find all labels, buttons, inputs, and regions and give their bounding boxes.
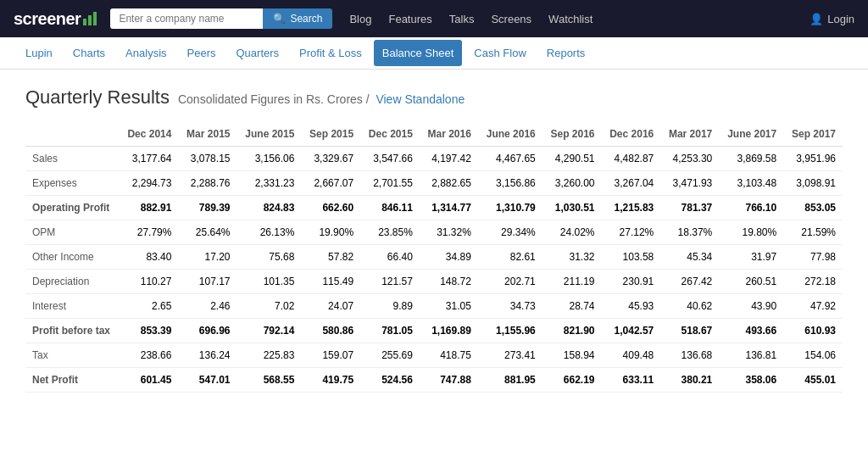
cell-value: 419.75 <box>301 368 360 393</box>
cell-value: 662.19 <box>542 368 602 393</box>
cell-value: 21.59% <box>783 220 843 245</box>
subnav-profit-loss[interactable]: Profit & Loss <box>291 40 370 66</box>
cell-value: 409.48 <box>602 343 661 368</box>
cell-value: 47.92 <box>783 294 843 319</box>
cell-value: 2.65 <box>120 294 179 319</box>
cell-value: 493.66 <box>719 319 783 343</box>
logo-text: screener <box>14 9 81 29</box>
cell-value: 24.02% <box>542 220 602 245</box>
col-header-dec2016: Dec 2016 <box>602 122 661 147</box>
cell-value: 792.14 <box>236 319 301 343</box>
cell-value: 418.75 <box>420 343 478 368</box>
nav-watchlist[interactable]: Watchlist <box>548 13 593 25</box>
cell-value: 1,314.77 <box>420 196 478 220</box>
subnav-lupin[interactable]: Lupin <box>17 40 61 66</box>
cell-value: 136.24 <box>178 343 236 368</box>
row-label: Profit before tax <box>25 319 120 343</box>
search-icon: 🔍 <box>273 13 286 25</box>
cell-value: 115.49 <box>301 270 360 294</box>
cell-value: 66.40 <box>360 245 420 270</box>
subnav-cash-flow[interactable]: Cash Flow <box>465 40 534 66</box>
subnav-charts[interactable]: Charts <box>64 40 114 66</box>
cell-value: 2,294.73 <box>120 171 179 196</box>
subnav-reports[interactable]: Reports <box>538 40 594 66</box>
col-header-mar2015: Mar 2015 <box>178 122 236 147</box>
cell-value: 45.93 <box>602 294 661 319</box>
cell-value: 821.90 <box>542 319 602 343</box>
table-row: Net Profit601.45547.01568.55419.75524.56… <box>25 368 843 393</box>
section-title: Quarterly Results Consolidated Figures i… <box>25 86 843 109</box>
subnav-analysis[interactable]: Analysis <box>117 40 175 66</box>
search-box: 🔍 Search <box>110 8 332 29</box>
cell-value: 3,260.00 <box>542 171 602 196</box>
cell-value: 781.05 <box>360 319 420 343</box>
cell-value: 31.05 <box>420 294 478 319</box>
cell-value: 881.95 <box>478 368 542 393</box>
cell-value: 662.60 <box>301 196 360 220</box>
cell-value: 272.18 <box>783 270 843 294</box>
cell-value: 3,471.93 <box>660 171 719 196</box>
nav-talks[interactable]: Talks <box>449 13 475 25</box>
cell-value: 358.06 <box>719 368 783 393</box>
cell-value: 159.07 <box>301 343 360 368</box>
cell-value: 260.51 <box>719 270 783 294</box>
cell-value: 273.41 <box>478 343 542 368</box>
subnav-balance-sheet[interactable]: Balance Sheet <box>374 40 463 66</box>
cell-value: 824.83 <box>236 196 301 220</box>
cell-value: 3,156.86 <box>478 171 542 196</box>
cell-value: 19.80% <box>719 220 783 245</box>
cell-value: 101.35 <box>236 270 301 294</box>
table-row: Expenses2,294.732,288.762,331.232,667.07… <box>25 171 843 196</box>
cell-value: 148.72 <box>420 270 478 294</box>
cell-value: 45.34 <box>660 245 719 270</box>
cell-value: 2,288.76 <box>178 171 236 196</box>
row-label: Expenses <box>25 171 120 196</box>
cell-value: 107.17 <box>178 270 236 294</box>
cell-value: 34.89 <box>420 245 478 270</box>
cell-value: 40.62 <box>660 294 719 319</box>
table-row: Sales3,177.643,078.153,156.063,329.673,5… <box>25 147 843 171</box>
view-standalone-link[interactable]: View Standalone <box>376 92 465 106</box>
cell-value: 136.68 <box>660 343 719 368</box>
logo: screener <box>14 9 97 29</box>
nav-blog[interactable]: Blog <box>349 13 371 25</box>
bar2 <box>88 15 92 25</box>
main-content: Quarterly Results Consolidated Figures i… <box>0 70 868 410</box>
cell-value: 154.06 <box>783 343 843 368</box>
cell-value: 202.71 <box>478 270 542 294</box>
table-row: Interest2.652.467.0224.079.8931.0534.732… <box>25 294 843 319</box>
cell-value: 846.11 <box>360 196 420 220</box>
nav-features[interactable]: Features <box>388 13 431 25</box>
logo-icon <box>83 12 97 25</box>
row-label: Interest <box>25 294 120 319</box>
search-button-label: Search <box>290 13 322 25</box>
bar3 <box>93 12 97 25</box>
cell-value: 1,155.96 <box>478 319 542 343</box>
cell-value: 696.96 <box>178 319 236 343</box>
cell-value: 255.69 <box>360 343 420 368</box>
cell-value: 43.90 <box>719 294 783 319</box>
cell-value: 121.57 <box>360 270 420 294</box>
cell-value: 2,667.07 <box>301 171 360 196</box>
cell-value: 17.20 <box>178 245 236 270</box>
cell-value: 547.01 <box>178 368 236 393</box>
subnav-quarters[interactable]: Quarters <box>228 40 288 66</box>
cell-value: 225.83 <box>236 343 301 368</box>
nav-screens[interactable]: Screens <box>491 13 531 25</box>
cell-value: 158.94 <box>542 343 602 368</box>
subnav-peers[interactable]: Peers <box>179 40 225 66</box>
search-input[interactable] <box>110 8 263 29</box>
cell-value: 601.45 <box>120 368 179 393</box>
cell-value: 3,103.48 <box>719 171 783 196</box>
cell-value: 2.46 <box>178 294 236 319</box>
cell-value: 4,253.30 <box>660 147 719 171</box>
login-link[interactable]: 👤 Login <box>810 13 854 25</box>
cell-value: 882.91 <box>120 196 179 220</box>
search-button[interactable]: 🔍 Search <box>263 8 332 29</box>
cell-value: 1,169.89 <box>420 319 478 343</box>
cell-value: 4,290.51 <box>542 147 602 171</box>
row-label: Sales <box>25 147 120 171</box>
user-icon: 👤 <box>810 13 823 25</box>
subtitle-text: Consolidated Figures in Rs. Crores / <box>178 92 370 106</box>
cell-value: 9.89 <box>360 294 420 319</box>
